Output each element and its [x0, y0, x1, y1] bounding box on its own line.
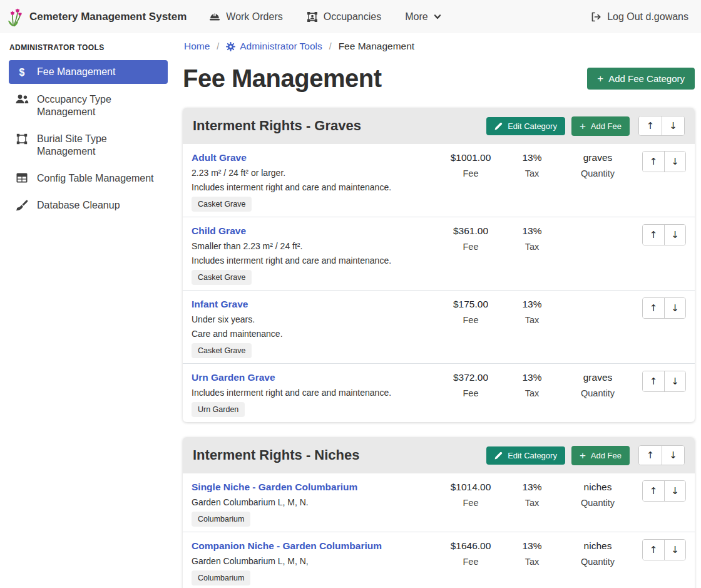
- sidebar-heading: ADMINISTRATOR TOOLS: [9, 43, 168, 52]
- sidebar-item-fee-management[interactable]: $ Fee Management: [9, 60, 168, 84]
- add-fee-category-label: Add Fee Category: [608, 73, 685, 84]
- reorder-fee-buttons: ↑ ↓: [642, 297, 686, 319]
- sidebar-item-database-cleanup[interactable]: Database Cleanup: [9, 194, 168, 217]
- move-category-down-button[interactable]: ↓: [662, 446, 684, 465]
- tax-value: 13%: [503, 152, 561, 163]
- nav-occupancies[interactable]: Occupancies: [307, 11, 382, 23]
- sidebar-item-config-table-management[interactable]: Config Table Management: [9, 167, 168, 190]
- tax-column: 13% Tax: [503, 151, 561, 178]
- nav-work-orders[interactable]: Work Orders: [209, 11, 282, 23]
- fee-name-link[interactable]: Companion Niche - Garden Columbarium: [192, 540, 382, 552]
- fee-name-link[interactable]: Child Grave: [192, 225, 246, 237]
- fee-name-link[interactable]: Infant Grave: [192, 299, 248, 310]
- fee-description: Includes interment right and care and ma…: [192, 255, 434, 266]
- fee-row: Companion Niche - Garden Columbarium Gar…: [183, 532, 695, 588]
- arrow-up-icon: ↑: [650, 304, 658, 313]
- fee-amount: $361.00: [438, 225, 503, 237]
- add-fee-button[interactable]: + Add Fee: [571, 116, 630, 136]
- sidebar-item-occupancy-type-management[interactable]: Occupancy Type Management: [9, 88, 168, 123]
- tax-value: 13%: [503, 299, 561, 310]
- move-fee-up-button[interactable]: ↑: [643, 540, 664, 560]
- tax-label: Tax: [503, 242, 561, 252]
- move-fee-up-button[interactable]: ↑: [643, 481, 664, 501]
- fee-amount-column: $1014.00 Fee: [438, 480, 503, 508]
- move-category-up-button[interactable]: ↑: [639, 446, 662, 465]
- fee-amount: $1646.00: [438, 540, 503, 552]
- fee-description: Includes interment right and care and ma…: [192, 182, 434, 192]
- fee-description: Includes interment right and care and ma…: [192, 388, 434, 398]
- arrow-up-icon: ↑: [650, 487, 658, 496]
- fee-info: Urn Garden Grave Includes interment righ…: [192, 371, 438, 417]
- arrow-up-icon: ↑: [650, 545, 658, 555]
- app-logo-tulips-icon: [8, 7, 24, 27]
- move-fee-up-button[interactable]: ↑: [643, 298, 664, 318]
- tax-column: 13% Tax: [503, 480, 561, 508]
- breadcrumb-separator: /: [329, 41, 332, 51]
- tax-label: Tax: [503, 388, 561, 398]
- quantity-column: graves Quantity: [561, 151, 635, 178]
- plus-icon: +: [597, 73, 603, 84]
- fee-info: Adult Grave 2.23 m² / 24 ft² or larger. …: [192, 151, 438, 212]
- add-fee-label: Add Fee: [591, 451, 622, 460]
- tax-label: Tax: [503, 168, 561, 178]
- add-fee-category-button[interactable]: + Add Fee Category: [587, 68, 695, 90]
- logout-link[interactable]: Log Out d.gowans: [590, 11, 688, 23]
- fee-description: Smaller than 2.23 m² / 24 ft².: [192, 241, 434, 251]
- move-category-up-button[interactable]: ↑: [639, 116, 662, 135]
- move-fee-down-button[interactable]: ↓: [664, 225, 685, 245]
- move-fee-down-button[interactable]: ↓: [664, 481, 685, 501]
- hard-hat-icon: [209, 11, 220, 23]
- tax-value: 13%: [503, 225, 561, 237]
- fee-name-link[interactable]: Urn Garden Grave: [192, 372, 275, 383]
- app-title: Cemetery Management System: [29, 11, 187, 23]
- pencil-icon: [494, 122, 503, 130]
- reorder-fee-buttons: ↑ ↓: [642, 151, 686, 172]
- fee-name-link[interactable]: Single Niche - Garden Columbarium: [192, 482, 357, 493]
- fee-amount-column: $361.00 Fee: [438, 224, 503, 252]
- quantity-label: Quantity: [561, 168, 635, 178]
- arrow-down-icon: ↓: [669, 121, 677, 131]
- move-fee-up-button[interactable]: ↑: [643, 225, 664, 245]
- move-fee-down-button[interactable]: ↓: [664, 540, 685, 560]
- move-fee-down-button[interactable]: ↓: [664, 152, 685, 172]
- tax-label: Tax: [503, 315, 561, 325]
- quantity-column: graves Quantity: [561, 371, 635, 398]
- move-fee-up-button[interactable]: ↑: [643, 371, 664, 391]
- tax-column: 13% Tax: [503, 371, 561, 398]
- move-fee-down-button[interactable]: ↓: [664, 298, 685, 318]
- arrow-down-icon: ↓: [669, 451, 677, 460]
- users-icon: [15, 94, 29, 104]
- move-fee-down-button[interactable]: ↓: [664, 371, 685, 391]
- arrow-up-icon: ↑: [650, 377, 658, 386]
- dollar-icon: $: [15, 66, 29, 78]
- edit-category-button[interactable]: Edit Category: [486, 446, 565, 465]
- add-fee-button[interactable]: + Add Fee: [571, 446, 630, 465]
- main-content: Home / Administrator Tools / Fee Managem…: [175, 33, 701, 588]
- tax-column: 13% Tax: [503, 224, 561, 252]
- page-title-row: Fee Management + Add Fee Category: [183, 64, 695, 93]
- fee-name-link[interactable]: Adult Grave: [192, 152, 247, 163]
- category-card-niches: Interment Rights - Niches Edit Category …: [183, 437, 695, 588]
- move-fee-up-button[interactable]: ↑: [643, 152, 664, 172]
- tax-value: 13%: [503, 372, 561, 383]
- breadcrumb-admin-tools-link[interactable]: Administrator Tools: [226, 41, 322, 52]
- nav-work-orders-label: Work Orders: [226, 11, 282, 23]
- arrow-up-icon: ↑: [647, 121, 655, 131]
- nav-more-dropdown[interactable]: More: [405, 11, 441, 23]
- broom-icon: [15, 200, 29, 211]
- arrow-down-icon: ↓: [671, 230, 679, 240]
- reorder-fee-buttons: ↑ ↓: [642, 371, 686, 392]
- fee-row: Adult Grave 2.23 m² / 24 ft² or larger. …: [183, 144, 695, 217]
- plus-icon: +: [580, 121, 586, 132]
- edit-category-button[interactable]: Edit Category: [486, 117, 565, 135]
- fee-amount: $372.00: [438, 372, 503, 383]
- breadcrumb-home-link[interactable]: Home: [184, 41, 210, 52]
- fee-amount-column: $1001.00 Fee: [438, 151, 503, 178]
- sidebar-item-burial-site-type-management[interactable]: Burial Site Type Management: [9, 128, 168, 163]
- arrow-down-icon: ↓: [671, 157, 679, 167]
- move-category-down-button[interactable]: ↓: [662, 116, 684, 135]
- quantity-column: niches Quantity: [561, 480, 635, 508]
- reorder-fee-buttons: ↑ ↓: [642, 224, 686, 245]
- fee-type-badge: Casket Grave: [192, 270, 252, 285]
- sidebar-item-label: Occupancy Type Management: [37, 93, 161, 118]
